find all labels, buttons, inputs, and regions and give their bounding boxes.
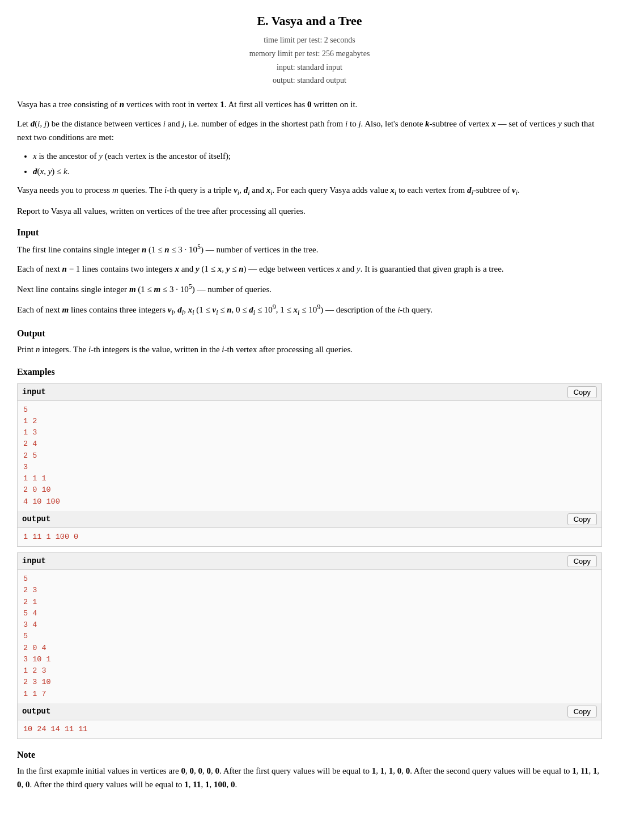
example-2-input-content: 5 2 3 2 1 5 4 3 4 5 2 0 4 3 10 1 1 2 3 2…: [18, 570, 601, 703]
problem-statement-4: Report to Vasya all values, written on v…: [17, 204, 602, 218]
example-1-input-header: input Copy: [18, 384, 601, 401]
example-2: input Copy 5 2 3 2 1 5 4 3 4 5 2 0 4 3 1…: [17, 552, 602, 739]
note-heading: Note: [17, 748, 602, 762]
input-heading: Input: [17, 226, 602, 239]
copy-button-1-input[interactable]: Copy: [567, 386, 597, 398]
page-title: E. Vasya and a Tree: [17, 11, 602, 30]
example-1-input-label: input: [22, 386, 46, 398]
memory-limit: memory limit per test: 256 megabytes: [17, 47, 602, 61]
input-type: input: standard input: [17, 61, 602, 74]
time-limit: time limit per test: 2 seconds: [17, 33, 602, 47]
output-type: output: standard output: [17, 74, 602, 87]
copy-button-2-input[interactable]: Copy: [567, 555, 597, 567]
note-section: Note In the first exapmle initial values…: [17, 748, 602, 791]
example-2-output-label: output: [22, 706, 50, 717]
example-1: input Copy 5 1 2 1 3 2 4 2 5 3 1 1 1 2 0…: [17, 383, 602, 547]
meta-info: time limit per test: 2 seconds memory li…: [17, 33, 602, 87]
input-desc-3: Next line contains single integer m (1 ≤…: [17, 281, 602, 296]
input-desc-4: Each of next m lines contains three inte…: [17, 302, 602, 318]
copy-button-2-output[interactable]: Copy: [567, 706, 597, 717]
example-2-output-header: output Copy: [18, 703, 601, 720]
example-2-input-label: input: [22, 555, 46, 567]
conditions-list: x is the ancestor of y (each vertex is t…: [33, 150, 602, 178]
condition-2: d(x, y) ≤ k.: [33, 165, 602, 178]
example-1-input-content: 5 1 2 1 3 2 4 2 5 3 1 1 1 2 0 10 4 10 10…: [18, 401, 601, 511]
copy-button-1-output[interactable]: Copy: [567, 513, 597, 525]
examples-heading: Examples: [17, 365, 602, 379]
example-1-output-header: output Copy: [18, 511, 601, 528]
problem-statement-2: Let d(i, j) be the distance between vert…: [17, 117, 602, 144]
note-text: In the first exapmle initial values in v…: [17, 764, 602, 791]
example-2-output-content: 10 24 14 11 11: [18, 720, 601, 738]
output-desc: Print n integers. The i-th integers is t…: [17, 343, 602, 356]
output-heading: Output: [17, 327, 602, 340]
problem-statement-1: Vasya has a tree consisting of n vertice…: [17, 98, 602, 111]
example-1-output-label: output: [22, 513, 50, 525]
condition-1: x is the ancestor of y (each vertex is t…: [33, 150, 602, 163]
input-desc-2: Each of next n − 1 lines contains two in…: [17, 262, 602, 276]
example-2-input-header: input Copy: [18, 553, 601, 570]
example-1-output-content: 1 11 1 100 0: [18, 528, 601, 546]
problem-statement-3: Vasya needs you to process m queries. Th…: [17, 183, 602, 199]
input-desc-1: The first line contains single integer n…: [17, 242, 602, 256]
